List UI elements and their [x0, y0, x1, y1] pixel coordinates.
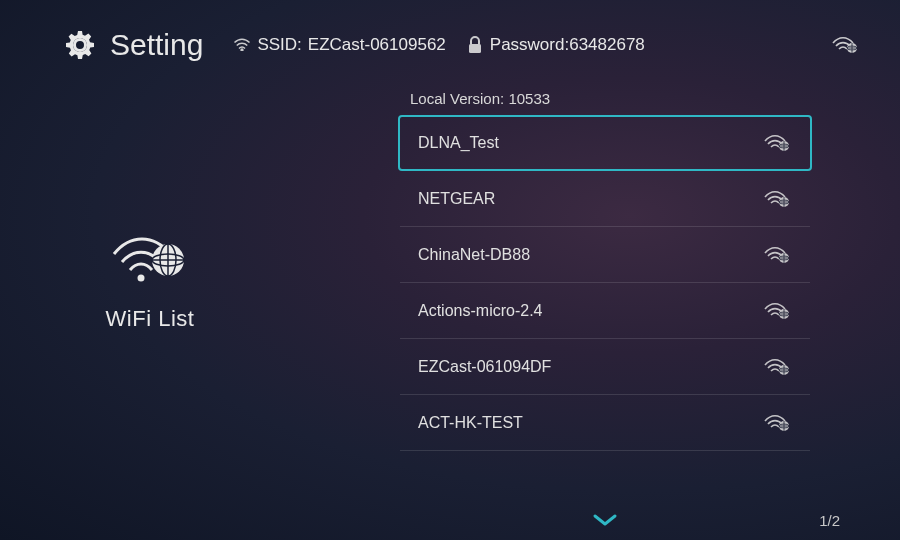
- lock-icon: [466, 36, 484, 54]
- svg-point-4: [138, 275, 145, 282]
- wifi-list: DLNA_TestNETGEARChinaNet-DB88Actions-mic…: [300, 117, 870, 500]
- sidebar: WiFi List: [0, 20, 300, 540]
- wifi-network-item[interactable]: EZCast-061094DF: [400, 339, 810, 395]
- page-indicator: 1/2: [819, 512, 840, 529]
- chevron-down-icon[interactable]: [591, 512, 619, 528]
- local-version-value: 10533: [508, 90, 550, 107]
- svg-point-0: [242, 49, 244, 51]
- wifi-network-item[interactable]: DLNA_Test: [398, 115, 812, 171]
- svg-rect-1: [469, 44, 481, 53]
- main: WiFi List Local Version: 10533 DLNA_Test…: [0, 80, 900, 540]
- wifi-signal-icon: [764, 301, 792, 321]
- wifi-icon: [233, 36, 251, 54]
- wifi-network-name: DLNA_Test: [418, 134, 499, 152]
- sidebar-label: WiFi List: [106, 306, 195, 332]
- wifi-signal-icon: [764, 245, 792, 265]
- wifi-status-icon: [832, 35, 860, 55]
- wifi-network-item[interactable]: ChinaNet-DB88: [400, 227, 810, 283]
- wifi-network-name: ChinaNet-DB88: [418, 246, 530, 264]
- password-value: 63482678: [569, 35, 645, 55]
- wifi-signal-icon: [764, 133, 792, 153]
- password-info: Password: 63482678: [466, 35, 645, 55]
- wifi-network-item[interactable]: ACT-HK-TEST: [400, 395, 810, 451]
- wifi-network-name: EZCast-061094DF: [418, 358, 551, 376]
- wifi-signal-icon: [764, 357, 792, 377]
- ssid-value: EZCast-06109562: [308, 35, 446, 55]
- wifi-network-name: Actions-micro-2.4: [418, 302, 542, 320]
- wifi-network-name: ACT-HK-TEST: [418, 414, 523, 432]
- wifi-network-item[interactable]: Actions-micro-2.4: [400, 283, 810, 339]
- wifi-globe-icon: [110, 228, 190, 288]
- content: Local Version: 10533 DLNA_TestNETGEARChi…: [300, 80, 870, 540]
- password-label: Password:: [490, 35, 569, 55]
- wifi-network-item[interactable]: NETGEAR: [400, 171, 810, 227]
- wifi-signal-icon: [764, 189, 792, 209]
- wifi-signal-icon: [764, 413, 792, 433]
- wifi-network-name: NETGEAR: [418, 190, 495, 208]
- local-version-label: Local Version:: [410, 90, 504, 107]
- list-footer: 1/2: [300, 500, 870, 540]
- local-version: Local Version: 10533: [300, 80, 870, 117]
